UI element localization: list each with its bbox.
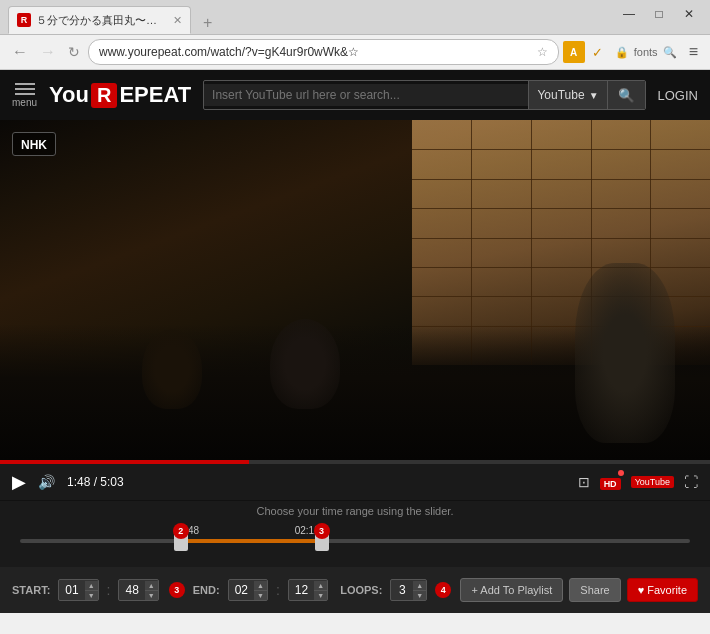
end-minutes-value: 12 — [289, 580, 314, 600]
forward-button[interactable]: → — [36, 41, 60, 63]
ext-icon-5[interactable]: 🔍 — [659, 41, 681, 63]
tab-favicon: R — [17, 13, 31, 27]
start-minutes-spinner[interactable]: 48 ▲ ▼ — [118, 579, 158, 601]
loops-spinner[interactable]: 3 ▲ ▼ — [390, 579, 427, 601]
end-hours-spinner[interactable]: 02 ▲ ▼ — [228, 579, 268, 601]
end-hours-arrows[interactable]: ▲ ▼ — [254, 581, 267, 600]
time-display: 1:48 / 5:03 — [67, 475, 124, 489]
loops-down[interactable]: ▼ — [413, 591, 426, 600]
badge-3: 3 — [169, 582, 185, 598]
tab-title: ５分で分かる真田丸〜第… — [36, 13, 166, 28]
search-icon: 🔍 — [618, 88, 635, 103]
start-hours-spinner[interactable]: 01 ▲ ▼ — [58, 579, 98, 601]
loops-label: LOOPS: — [340, 584, 382, 596]
controls-bar: ▶ 🔊 1:48 / 5:03 ⊡ HD YouTube ⛶ — [0, 464, 710, 500]
badge-4: 4 — [435, 582, 451, 598]
progress-fill — [0, 460, 249, 464]
nhk-text: NHK — [21, 138, 47, 152]
address-bar[interactable]: www.yourepeat.com/watch/?v=gK4ur9r0wWk&☆… — [88, 39, 559, 65]
nhk-badge: NHK — [12, 132, 56, 156]
search-input[interactable] — [204, 84, 528, 106]
site-header: menu You R EPEAT YouTube ▼ 🔍 LOGIN — [0, 70, 710, 120]
bottom-controls: START: 01 ▲ ▼ : 48 ▲ ▼ 3 END: 02 ▲ ▼ — [0, 567, 710, 613]
loops-value: 3 — [391, 580, 413, 600]
search-source-label: YouTube — [537, 88, 584, 102]
tab-close-icon[interactable]: ✕ — [173, 14, 182, 27]
menu-area[interactable]: menu — [12, 83, 37, 108]
end-sep-1: : — [276, 582, 280, 598]
ext-icon-1[interactable]: A — [563, 41, 585, 63]
search-bar: YouTube ▼ 🔍 — [203, 80, 645, 110]
ext-icon-2[interactable]: ✓ — [587, 41, 609, 63]
tab-bar: R ５分で分かる真田丸〜第… ✕ + — □ ✕ — [0, 0, 710, 34]
share-button[interactable]: Share — [569, 578, 620, 602]
browser-menu-button[interactable]: ≡ — [685, 41, 702, 63]
add-playlist-button[interactable]: + Add To Playlist — [460, 578, 563, 602]
slider-thumb-left[interactable]: 2 — [174, 531, 188, 551]
refresh-button[interactable]: ↻ — [64, 42, 84, 62]
ext-icon-4[interactable]: fonts — [635, 41, 657, 63]
login-button[interactable]: LOGIN — [658, 88, 698, 103]
start-label: START: — [12, 584, 50, 596]
start-minutes-up[interactable]: ▲ — [145, 581, 158, 591]
search-button[interactable]: 🔍 — [607, 81, 645, 109]
badge-right: 3 — [314, 523, 330, 539]
search-source-selector[interactable]: YouTube ▼ — [528, 81, 606, 109]
start-minutes-down[interactable]: ▼ — [145, 591, 158, 600]
favorite-button[interactable]: ♥ Favorite — [627, 578, 698, 602]
menu-label: menu — [12, 97, 37, 108]
end-hours-up[interactable]: ▲ — [254, 581, 267, 591]
end-minutes-down[interactable]: ▼ — [314, 591, 327, 600]
active-tab[interactable]: R ５分で分かる真田丸〜第… ✕ — [8, 6, 191, 34]
loops-arrows[interactable]: ▲ ▼ — [413, 581, 426, 600]
badge-left: 2 — [173, 523, 189, 539]
video-frame[interactable]: NHK — [0, 120, 710, 460]
volume-button[interactable]: 🔊 — [38, 474, 55, 490]
start-minutes-arrows[interactable]: ▲ ▼ — [145, 581, 158, 600]
star-icon[interactable]: ☆ — [537, 45, 548, 59]
browser-chrome: R ５分で分かる真田丸〜第… ✕ + — □ ✕ ← → ↻ www.youre… — [0, 0, 710, 70]
slider-hint: Choose your time range using the slider. — [20, 505, 690, 517]
fullscreen-button[interactable]: ⛶ — [684, 474, 698, 490]
maximize-button[interactable]: □ — [646, 6, 672, 22]
start-hours-arrows[interactable]: ▲ ▼ — [85, 581, 98, 600]
progress-bar-container[interactable] — [0, 460, 710, 464]
start-hours-value: 01 — [59, 580, 84, 600]
minimize-button[interactable]: — — [616, 6, 642, 22]
window-controls: — □ ✕ — [616, 6, 702, 22]
start-minutes-value: 48 — [119, 580, 144, 600]
settings-dot — [618, 470, 624, 476]
hamburger-icon — [15, 83, 35, 95]
close-button[interactable]: ✕ — [676, 6, 702, 22]
end-hours-down[interactable]: ▼ — [254, 591, 267, 600]
start-hours-up[interactable]: ▲ — [85, 581, 98, 591]
start-sep-1: : — [107, 582, 111, 598]
logo-repeat: EPEAT — [119, 82, 191, 108]
logo-r-box: R — [91, 83, 117, 108]
range-slider-container: 01:48 02:12 2 3 — [20, 523, 690, 559]
action-buttons: + Add To Playlist Share ♥ Favorite — [460, 578, 698, 602]
end-minutes-arrows[interactable]: ▲ ▼ — [314, 581, 327, 600]
hd-badge[interactable]: HD — [600, 473, 621, 491]
ext-icon-3[interactable]: 🔒 — [611, 41, 633, 63]
dropdown-arrow-icon: ▼ — [589, 90, 599, 101]
end-label: END: — [193, 584, 220, 596]
new-tab-button[interactable]: + — [195, 12, 220, 34]
logo[interactable]: You R EPEAT — [49, 82, 191, 108]
slider-thumb-right[interactable]: 3 — [315, 531, 329, 551]
slider-track[interactable] — [20, 539, 690, 543]
address-text: www.yourepeat.com/watch/?v=gK4ur9r0wWk&☆ — [99, 45, 533, 59]
end-minutes-up[interactable]: ▲ — [314, 581, 327, 591]
slider-range-fill — [188, 539, 322, 543]
video-container: NHK ▶ 🔊 1:48 / 5:03 ⊡ HD YouTube ⛶ Choos… — [0, 120, 710, 613]
start-hours-down[interactable]: ▼ — [85, 591, 98, 600]
youtube-small-logo: YouTube — [631, 476, 674, 488]
back-button[interactable]: ← — [8, 41, 32, 63]
end-minutes-spinner[interactable]: 12 ▲ ▼ — [288, 579, 328, 601]
captions-button[interactable]: ⊡ — [578, 474, 590, 490]
nav-bar: ← → ↻ www.yourepeat.com/watch/?v=gK4ur9r… — [0, 34, 710, 70]
play-button[interactable]: ▶ — [12, 471, 26, 493]
extension-icons: A ✓ 🔒 fonts 🔍 — [563, 41, 681, 63]
logo-you: You — [49, 82, 89, 108]
loops-up[interactable]: ▲ — [413, 581, 426, 591]
